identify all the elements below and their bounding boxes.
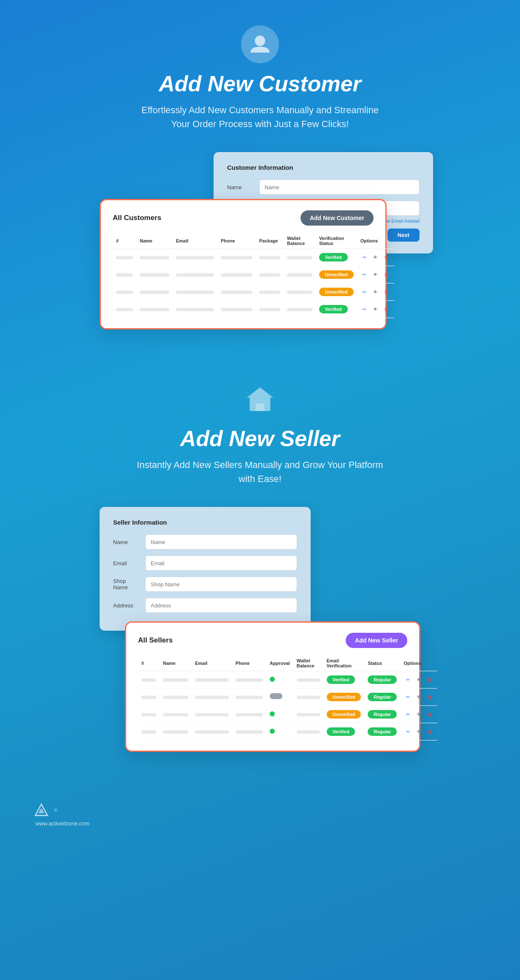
cell-placeholder xyxy=(141,696,156,699)
approval-toggle xyxy=(270,693,282,699)
cell-placeholder xyxy=(140,291,169,294)
col-options: Options xyxy=(357,233,394,249)
cell-placeholder xyxy=(236,678,263,682)
name-input[interactable] xyxy=(259,180,420,195)
col-verification: Verification Status xyxy=(316,233,357,249)
customer-avatar-icon xyxy=(241,25,279,63)
cell-placeholder xyxy=(116,273,133,277)
view-icon[interactable]: 👁 xyxy=(414,675,423,684)
status-badge: Regular xyxy=(368,710,397,719)
footer-logo: ® xyxy=(34,803,57,818)
cell-placeholder xyxy=(259,273,280,277)
cell-placeholder xyxy=(176,308,214,311)
col-num: # xyxy=(138,656,160,671)
add-new-customer-button[interactable]: Add New Customer xyxy=(301,210,374,226)
delete-icon[interactable]: 🗑 xyxy=(382,288,391,296)
sellers-table: # Name Email Phone Approval Wallet Balan… xyxy=(138,656,437,740)
cell-placeholder xyxy=(221,273,252,277)
view-icon[interactable]: 👁 xyxy=(414,710,423,719)
edit-icon[interactable]: ✏ xyxy=(404,675,412,684)
col-phone: Phone xyxy=(217,233,256,249)
edit-icon[interactable]: ✏ xyxy=(404,693,412,701)
section-add-seller: Add New Seller Instantly Add New Sellers… xyxy=(0,380,520,786)
customers-table-title: All Customers xyxy=(113,214,161,222)
section1-title: Add New Customer xyxy=(159,71,361,96)
view-icon[interactable]: 👁 xyxy=(371,270,380,279)
seller-name-input[interactable] xyxy=(145,534,297,550)
sellers-table-header: All Sellers Add New Seller xyxy=(138,633,407,648)
seller-address-row: Address xyxy=(113,598,297,613)
edit-icon[interactable]: ✏ xyxy=(360,288,369,296)
seller-info-card-title: Seller Information xyxy=(113,519,297,526)
cell-placeholder xyxy=(141,730,156,734)
status-badge: Unverified xyxy=(319,288,354,296)
view-icon[interactable]: 👁 xyxy=(414,693,423,701)
col-num: # xyxy=(113,233,136,249)
col-wallet: Wallet Balance xyxy=(284,233,316,249)
edit-icon[interactable]: ✏ xyxy=(360,253,369,261)
seller-shopname-input[interactable] xyxy=(145,577,297,592)
status-badge: Regular xyxy=(368,693,397,701)
svg-rect-3 xyxy=(256,404,265,411)
delete-icon[interactable]: 🗑 xyxy=(425,710,434,719)
edit-icon[interactable]: ✏ xyxy=(404,727,412,736)
action-icons: ✏ 👁 🗑 xyxy=(360,270,391,279)
table-row: Verified Regular ✏ 👁 🗑 xyxy=(138,671,437,689)
cell-placeholder xyxy=(287,256,312,259)
customers-table: # Name Email Phone Package Wallet Balanc… xyxy=(113,233,394,318)
cell-placeholder xyxy=(221,256,252,259)
cell-placeholder xyxy=(297,678,320,682)
seller-address-input[interactable] xyxy=(145,598,297,613)
table-row: Unverified Regular ✏ 👁 🗑 xyxy=(138,706,437,723)
delete-icon[interactable]: 🗑 xyxy=(425,693,434,701)
approval-dot xyxy=(270,729,275,734)
view-icon[interactable]: 👁 xyxy=(371,288,380,296)
cell-placeholder xyxy=(141,678,156,682)
delete-icon[interactable]: 🗑 xyxy=(382,253,391,261)
cell-placeholder xyxy=(236,696,263,699)
action-icons: ✏ 👁 🗑 xyxy=(360,253,391,261)
seller-email-input[interactable] xyxy=(145,555,297,571)
action-icons: ✏ 👁 🗑 xyxy=(360,305,391,313)
table-row: Unverified ✏ 👁 🗑 xyxy=(113,283,394,301)
cell-placeholder xyxy=(236,713,263,716)
name-form-row: Name xyxy=(227,180,420,195)
cell-placeholder xyxy=(116,256,133,259)
cell-placeholder xyxy=(140,308,169,311)
email-verification-badge: Unverified xyxy=(327,710,361,719)
email-verification-badge: Verified xyxy=(327,727,355,736)
customer-info-card-title: Customer Information xyxy=(227,164,420,171)
action-icons: ✏ 👁 🗑 xyxy=(360,288,391,296)
customers-table-header: All Customers Add New Customer xyxy=(113,210,374,226)
view-icon[interactable]: 👁 xyxy=(371,305,380,313)
cell-placeholder xyxy=(297,696,320,699)
edit-icon[interactable]: ✏ xyxy=(360,270,369,279)
cell-placeholder xyxy=(221,308,252,311)
delete-icon[interactable]: 🗑 xyxy=(425,727,434,736)
delete-icon[interactable]: 🗑 xyxy=(382,270,391,279)
cell-placeholder xyxy=(140,256,169,259)
col-phone: Phone xyxy=(232,656,266,671)
cell-placeholder xyxy=(141,713,156,716)
add-new-seller-button[interactable]: Add New Seller xyxy=(346,633,407,648)
delete-icon[interactable]: 🗑 xyxy=(382,305,391,313)
cell-placeholder xyxy=(116,291,133,294)
edit-icon[interactable]: ✏ xyxy=(360,305,369,313)
delete-icon[interactable]: 🗑 xyxy=(425,675,434,684)
section2-title: Add New Seller xyxy=(180,426,340,451)
cell-placeholder xyxy=(176,273,214,277)
cell-placeholder xyxy=(195,678,229,682)
svg-marker-2 xyxy=(247,387,274,398)
email-verification-badge: Unverified xyxy=(327,693,361,701)
table-row: Unverified Regular ✏ 👁 🗑 xyxy=(138,689,437,706)
table-row: Verified ✏ 👁 🗑 xyxy=(113,249,394,266)
section-add-customer: Add New Customer Effortlessly Add New Cu… xyxy=(0,25,520,363)
col-status: Status xyxy=(364,656,400,671)
col-options: Options xyxy=(400,656,437,671)
view-icon[interactable]: 👁 xyxy=(414,727,423,736)
edit-icon[interactable]: ✏ xyxy=(404,710,412,719)
col-wallet: Wallet Balance xyxy=(293,656,323,671)
view-icon[interactable]: 👁 xyxy=(371,253,380,261)
section2-subtitle: Instantly Add New Sellers Manually and G… xyxy=(133,458,387,486)
col-approval: Approval xyxy=(266,656,293,671)
